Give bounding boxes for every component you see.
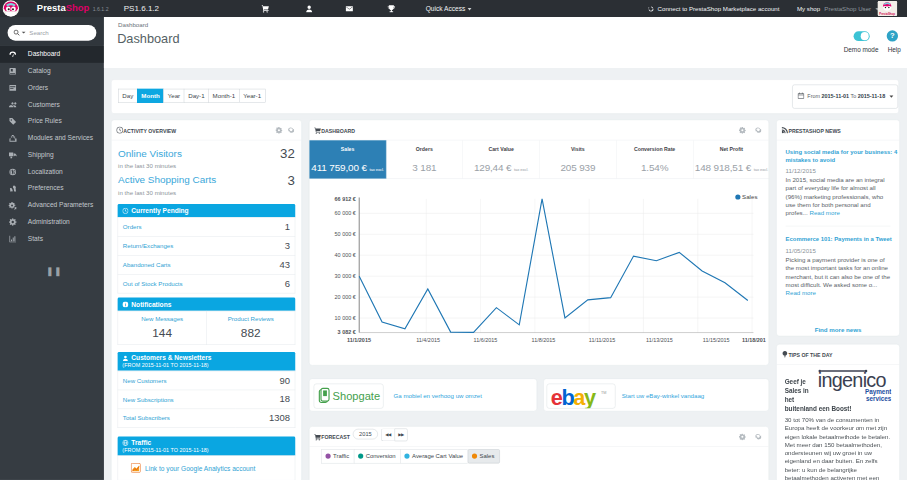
- svg-text:11/11/2015: 11/11/2015: [589, 337, 615, 343]
- svg-text:11/6/2015: 11/6/2015: [474, 337, 498, 343]
- svg-text:11/15/2015: 11/15/2015: [703, 337, 730, 343]
- svg-text:Sales: Sales: [742, 193, 757, 200]
- svg-text:11/4/2015: 11/4/2015: [416, 337, 440, 343]
- svg-text:11/1/2015: 11/1/2015: [347, 337, 371, 343]
- svg-text:11/8/2015: 11/8/2015: [532, 337, 556, 343]
- svg-text:Shopgate: Shopgate: [333, 390, 381, 402]
- svg-text:20 000 €: 20 000 €: [335, 294, 356, 300]
- svg-text:30 000 €: 30 000 €: [335, 273, 356, 279]
- svg-text:TM: TM: [601, 391, 606, 395]
- svg-text:ebay: ebay: [551, 385, 596, 408]
- svg-text:60 000 €: 60 000 €: [335, 210, 356, 216]
- svg-text:40 000 €: 40 000 €: [335, 252, 356, 258]
- svg-text:11/18/201: 11/18/201: [742, 337, 766, 343]
- svg-text:10 000 €: 10 000 €: [335, 315, 356, 321]
- svg-text:11/13/2015: 11/13/2015: [646, 337, 673, 343]
- svg-text:3 082 €: 3 082 €: [338, 329, 356, 335]
- svg-text:services: services: [866, 395, 891, 402]
- svg-text:50 000 €: 50 000 €: [335, 231, 356, 237]
- svg-text:66 912 €: 66 912 €: [335, 196, 356, 202]
- svg-text:PrestaShop: PrestaShop: [879, 12, 895, 16]
